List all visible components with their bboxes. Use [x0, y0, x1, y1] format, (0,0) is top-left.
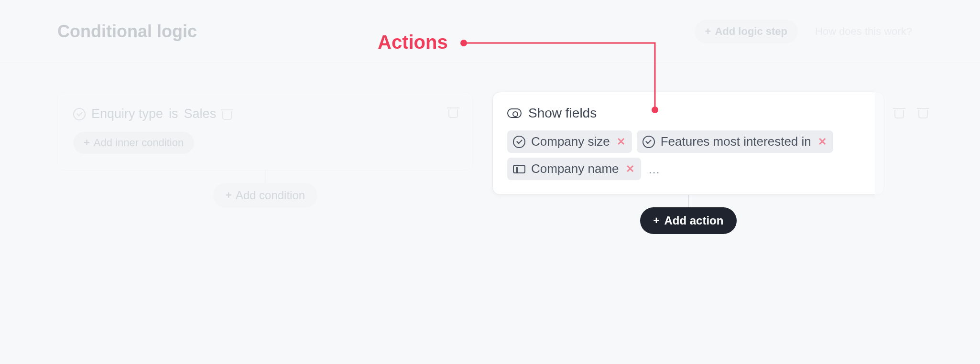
- how-does-this-work-link[interactable]: How does this work?: [805, 20, 923, 43]
- plus-icon: +: [705, 26, 711, 37]
- circle-check-icon: [513, 136, 525, 148]
- field-chip-label: Company name: [531, 161, 619, 176]
- condition-add-area: + Add condition: [57, 171, 473, 208]
- field-chip[interactable]: Features most interested in ✕: [637, 130, 833, 153]
- condition-field: Enquiry type: [91, 107, 163, 121]
- more-fields-menu[interactable]: ...: [646, 161, 663, 177]
- plus-icon: +: [653, 215, 660, 226]
- connector-stub: [265, 171, 266, 183]
- conditions-column: Enquiry type is Sales + Add inner condit…: [57, 92, 473, 208]
- logic-columns: Enquiry type is Sales + Add inner condit…: [0, 63, 980, 234]
- action-field-chips: Company size ✕ Features most interested …: [507, 130, 870, 180]
- circle-check-icon: [73, 108, 86, 120]
- condition-card: Enquiry type is Sales + Add inner condit…: [57, 92, 473, 171]
- remove-chip-icon[interactable]: ✕: [625, 163, 635, 175]
- field-chip-label: Company size: [531, 134, 610, 149]
- circle-check-icon: [642, 136, 655, 148]
- add-condition-label: Add condition: [236, 189, 305, 202]
- actions-column: Show fields Company size ✕ Features most…: [492, 92, 884, 234]
- action-card: Show fields Company size ✕ Features most…: [492, 92, 884, 195]
- field-chip[interactable]: Company size ✕: [507, 130, 632, 153]
- plus-icon: +: [84, 138, 90, 148]
- add-inner-condition-label: Add inner condition: [94, 137, 184, 149]
- action-heading-row: Show fields: [507, 106, 870, 121]
- textbox-icon: [513, 165, 525, 173]
- add-action-button[interactable]: + Add action: [640, 207, 737, 234]
- condition-operator: is: [169, 107, 178, 121]
- trash-icon[interactable]: [222, 108, 232, 120]
- connector-stub: [688, 195, 689, 207]
- page-title: Conditional logic: [57, 21, 197, 42]
- header-bar: Conditional logic + Add logic step How d…: [0, 0, 980, 63]
- add-action-label: Add action: [664, 214, 723, 227]
- field-chip[interactable]: Company name ✕: [507, 158, 641, 180]
- field-chip-label: Features most interested in: [661, 134, 811, 149]
- trash-icon[interactable]: [448, 107, 458, 118]
- add-logic-step-label: Add logic step: [715, 25, 787, 38]
- annotation-label: Actions: [378, 32, 448, 53]
- condition-row[interactable]: Enquiry type is Sales: [73, 107, 457, 121]
- how-link-label: How does this work?: [815, 25, 912, 38]
- add-logic-step-button[interactable]: + Add logic step: [695, 20, 798, 43]
- add-inner-condition-button[interactable]: + Add inner condition: [73, 132, 194, 154]
- plus-icon: +: [226, 190, 232, 201]
- add-condition-button[interactable]: + Add condition: [213, 183, 317, 208]
- condition-value: Sales: [184, 107, 217, 121]
- eye-icon: [507, 108, 522, 118]
- action-heading: Show fields: [528, 106, 597, 121]
- card-trash-group: [894, 107, 928, 118]
- remove-chip-icon[interactable]: ✕: [616, 136, 626, 148]
- trash-icon[interactable]: [894, 107, 904, 118]
- trash-icon[interactable]: [918, 107, 928, 118]
- remove-chip-icon[interactable]: ✕: [817, 136, 828, 148]
- action-add-area: + Add action: [492, 195, 884, 234]
